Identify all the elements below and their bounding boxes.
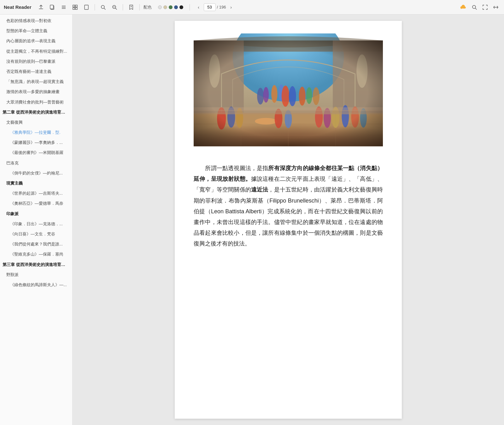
svg-rect-5	[73, 5, 75, 7]
sidebar-item-12[interactable]: 《蒙娜麗莎》—李奧納多．...	[0, 138, 72, 148]
sidebar-item-11[interactable]: 《雅典學院》—拉斐爾．型.	[0, 127, 72, 138]
main-layout: 色彩的情感表現—對初依型態的革命—立體主義內心層面的追求—表現主義從主題獨立，不…	[0, 15, 504, 425]
page-next-button[interactable]: ›	[227, 3, 235, 11]
svg-line-11	[104, 8, 105, 9]
cloud-button[interactable]	[459, 3, 468, 12]
painting-image: School of Athens - Raphael	[194, 33, 383, 153]
sidebar-item-10[interactable]: 文藝復興	[0, 117, 72, 127]
color-dark[interactable]	[179, 5, 183, 9]
menu-button[interactable]	[59, 3, 68, 12]
collapse-button[interactable]	[491, 3, 500, 12]
color-light[interactable]	[158, 5, 162, 9]
color-sepia[interactable]	[163, 5, 167, 9]
color-dots	[158, 5, 183, 9]
svg-rect-8	[75, 8, 77, 9]
svg-rect-7	[73, 8, 75, 9]
separator1	[95, 4, 95, 10]
rectangle-button[interactable]	[82, 3, 91, 12]
sidebar-item-6[interactable]: 「無意識」的表現—超現實主義	[0, 77, 72, 87]
sidebar-item-15[interactable]: 《倒牛奶的女僕》—約翰尼...	[0, 168, 72, 178]
sidebar-item-17[interactable]: 《世界的起源》—吉斯塔夫...	[0, 188, 72, 198]
svg-rect-1	[50, 5, 53, 9]
sidebar-item-1[interactable]: 型態的革命—立體主義	[0, 26, 72, 36]
color-green[interactable]	[169, 5, 173, 9]
text-body-2: ，是十五世紀時，由活躍於義大利文藝復興時期的菲利波．布魯內萊斯基（Filippo…	[194, 186, 383, 247]
search-button[interactable]	[99, 3, 108, 12]
svg-rect-57	[194, 40, 383, 146]
svg-line-18	[475, 8, 477, 9]
color-blue[interactable]	[174, 5, 178, 9]
text-intro: 所謂一點透視圖法，是指	[194, 165, 268, 171]
sidebar-item-24[interactable]: 第三章 從西洋美術史的演進培育知性...	[0, 260, 72, 270]
sidebar-item-8[interactable]: 大眾消費社會的批判—普普藝術	[0, 97, 72, 107]
app-title: Neat Reader	[4, 4, 32, 10]
body-text: 所謂一點透視圖法，是指所有深度方向的線條全都往某一點（消失點）延伸，呈現放射狀態…	[194, 163, 383, 249]
sidebar-item-0[interactable]: 色彩的情感表現—對初依	[0, 16, 72, 26]
sidebar-item-23[interactable]: 《聖維克多山》—保羅．塞尚	[0, 249, 72, 259]
titlebar: Neat Reader	[0, 0, 504, 15]
right-toolbar	[459, 3, 500, 12]
fullscreen-button[interactable]	[481, 3, 489, 12]
search2-button[interactable]	[110, 3, 119, 12]
sidebar-item-2[interactable]: 內心層面的追求—表現主義	[0, 36, 72, 46]
page-prev-button[interactable]: ‹	[195, 3, 202, 11]
search3-button[interactable]	[470, 3, 479, 12]
sidebar-item-7[interactable]: 激情的表現—多愛的抽象繪畫	[0, 87, 72, 97]
copy-button[interactable]	[48, 3, 57, 12]
page-navigation: ‹ / 196 ›	[195, 3, 235, 11]
sidebar-item-25[interactable]: 野獸派	[0, 270, 72, 280]
sidebar-item-14[interactable]: 巴洛克	[0, 158, 72, 168]
separator2	[123, 4, 123, 10]
upload-button[interactable]	[37, 3, 45, 12]
svg-rect-6	[75, 5, 77, 7]
sidebar-item-5[interactable]: 否定既有藝術—達達主義	[0, 67, 72, 77]
sidebar-item-16[interactable]: 現實主義	[0, 178, 72, 188]
sidebar-item-26[interactable]: 《綠色條紋的馬諦斯夫人》—...	[0, 280, 72, 290]
sidebar-item-9[interactable]: 第二章 從西洋美術史的演進培育知性...	[0, 107, 72, 117]
sidebar-item-20[interactable]: 《印象．日出》—克洛德．...	[0, 219, 72, 229]
svg-line-13	[115, 8, 117, 9]
sidebar-item-18[interactable]: 《奧林匹亞》—愛德華．馬奈	[0, 198, 72, 209]
page-total: / 196	[217, 5, 226, 9]
sidebar-item-3[interactable]: 從主題獨立，不再有特定描繪對...	[0, 46, 72, 56]
bookmark-add-button[interactable]	[127, 3, 136, 12]
sidebar-item-13[interactable]: 《最後的審判》—米開朗基羅	[0, 148, 72, 158]
separator3	[139, 4, 140, 10]
school-of-athens-painting: School of Athens - Raphael	[194, 33, 383, 153]
page-input[interactable]	[204, 3, 216, 11]
sidebar: 色彩的情感表現—對初依型態的革命—立體主義內心層面的追求—表現主義從主題獨立，不…	[0, 15, 73, 425]
sidebar-item-21[interactable]: 《向日葵》—文生．梵谷	[0, 229, 72, 239]
text-highlight-2: 遠近法	[251, 186, 268, 193]
grid-button[interactable]	[71, 3, 79, 12]
content-area[interactable]: School of Athens - Raphael 所謂一點透視圖法，是指所有…	[73, 15, 504, 425]
page: School of Athens - Raphael 所謂一點透視圖法，是指所有…	[175, 21, 402, 419]
color-label: 配色	[144, 4, 152, 10]
separator4	[190, 4, 190, 10]
sidebar-item-22[interactable]: 《我們從何處來？我們是誰...	[0, 239, 72, 249]
sidebar-item-4[interactable]: 沒有規則的規則—巴黎畫派	[0, 56, 72, 67]
svg-rect-9	[85, 5, 88, 9]
sidebar-item-19[interactable]: 印象派	[0, 209, 72, 219]
